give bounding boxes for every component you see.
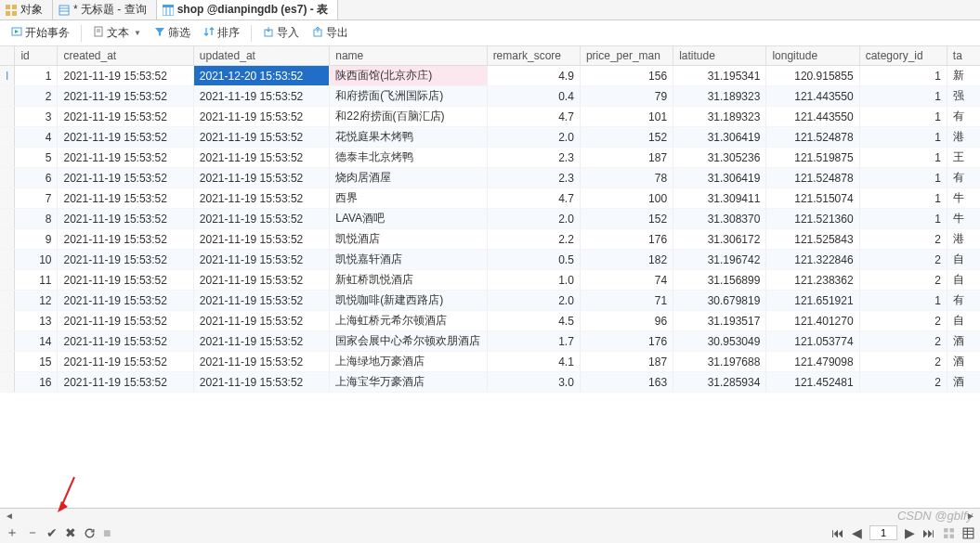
cell-price_per_man[interactable]: 182 <box>580 250 673 270</box>
cell-remark_score[interactable]: 4.5 <box>487 311 580 331</box>
cell-longitude[interactable]: 121.443550 <box>766 107 859 127</box>
cell-longitude[interactable]: 121.479098 <box>766 352 859 372</box>
table-row[interactable]: 82021-11-19 15:53:522021-11-19 15:53:52L… <box>0 209 980 229</box>
cell-id[interactable]: 8 <box>15 209 58 229</box>
cell-id[interactable]: 12 <box>15 291 58 311</box>
apply-button[interactable]: ✔ <box>46 525 58 540</box>
table-row[interactable]: 162021-11-19 15:53:522021-11-19 15:53:52… <box>0 372 980 393</box>
cell-created_at[interactable]: 2021-11-19 15:53:52 <box>58 66 193 86</box>
cell-name[interactable]: 上海虹桥元希尔顿酒店 <box>330 311 487 331</box>
cell-price_per_man[interactable]: 74 <box>580 270 673 291</box>
cell-name[interactable]: 和22府捞面(百脑汇店) <box>330 107 487 127</box>
cell-created_at[interactable]: 2021-11-19 15:53:52 <box>58 148 193 168</box>
cell-id[interactable]: 3 <box>15 107 58 127</box>
cell-category_id[interactable]: 1 <box>859 291 947 311</box>
cell-updated_at[interactable]: 2021-11-19 15:53:52 <box>193 352 329 372</box>
cell-longitude[interactable]: 121.443550 <box>766 86 859 107</box>
cell-latitude[interactable]: 31.189323 <box>673 86 766 107</box>
cell-name[interactable]: 德泰丰北京烤鸭 <box>330 148 487 168</box>
cell-updated_at[interactable]: 2021-11-19 15:53:52 <box>193 331 329 352</box>
cell-created_at[interactable]: 2021-11-19 15:53:52 <box>58 291 193 311</box>
cell-latitude[interactable]: 31.195341 <box>673 66 766 86</box>
cell-updated_at[interactable]: 2021-11-19 15:53:52 <box>193 107 329 127</box>
cell-price_per_man[interactable]: 79 <box>580 86 673 107</box>
cell-remark_score[interactable]: 4.7 <box>487 107 580 127</box>
text-button[interactable]: 文本 ▼ <box>87 23 147 43</box>
cell-category_id[interactable]: 1 <box>859 86 947 107</box>
cell-ta[interactable]: 自 <box>947 250 980 270</box>
cell-created_at[interactable]: 2021-11-19 15:53:52 <box>58 311 193 331</box>
cell-category_id[interactable]: 2 <box>859 229 947 250</box>
cell-longitude[interactable]: 121.452481 <box>766 372 859 393</box>
cancel-button[interactable]: ✖ <box>65 525 76 540</box>
cell-latitude[interactable]: 31.189323 <box>673 107 766 127</box>
cell-remark_score[interactable]: 0.5 <box>487 250 580 270</box>
cell-category_id[interactable]: 2 <box>859 311 947 331</box>
cell-price_per_man[interactable]: 187 <box>580 148 673 168</box>
cell-category_id[interactable]: 2 <box>859 372 947 393</box>
cell-id[interactable]: 15 <box>15 352 58 372</box>
grid-view-button[interactable] <box>943 527 955 539</box>
cell-latitude[interactable]: 31.308370 <box>673 209 766 229</box>
cell-longitude[interactable]: 121.521360 <box>766 209 859 229</box>
column-header-ta[interactable]: ta <box>947 46 980 66</box>
add-row-button[interactable]: ＋ <box>6 524 19 541</box>
cell-latitude[interactable]: 31.285934 <box>673 372 766 393</box>
column-header-category_id[interactable]: category_id <box>859 46 947 66</box>
cell-longitude[interactable]: 121.524878 <box>766 168 859 188</box>
column-header-id[interactable]: id <box>15 46 58 66</box>
cell-updated_at[interactable]: 2021-11-19 15:53:52 <box>193 209 329 229</box>
cell-remark_score[interactable]: 3.0 <box>487 372 580 393</box>
cell-ta[interactable]: 有 <box>947 168 980 188</box>
import-button[interactable]: 导入 <box>257 23 305 43</box>
cell-category_id[interactable]: 2 <box>859 270 947 291</box>
cell-updated_at[interactable]: 2021-11-19 15:53:52 <box>193 148 329 168</box>
last-page-button[interactable]: ⏭ <box>922 525 935 540</box>
cell-updated_at[interactable]: 2021-11-19 15:53:52 <box>193 250 329 270</box>
cell-latitude[interactable]: 31.306419 <box>673 127 766 148</box>
cell-price_per_man[interactable]: 176 <box>580 331 673 352</box>
cell-longitude[interactable]: 121.519875 <box>766 148 859 168</box>
cell-category_id[interactable]: 1 <box>859 107 947 127</box>
cell-price_per_man[interactable]: 100 <box>580 188 673 209</box>
cell-category_id[interactable]: 2 <box>859 331 947 352</box>
cell-name[interactable]: 上海宝华万豪酒店 <box>330 372 487 393</box>
cell-name[interactable]: 国家会展中心希尔顿欢朋酒店 <box>330 331 487 352</box>
cell-ta[interactable]: 牛 <box>947 209 980 229</box>
cell-remark_score[interactable]: 2.0 <box>487 291 580 311</box>
cell-created_at[interactable]: 2021-11-19 15:53:52 <box>58 86 193 107</box>
table-row[interactable]: I12021-11-19 15:53:522021-12-20 15:53:52… <box>0 66 980 86</box>
cell-name[interactable]: LAVA酒吧 <box>330 209 487 229</box>
cell-created_at[interactable]: 2021-11-19 15:53:52 <box>58 270 193 291</box>
cell-remark_score[interactable]: 2.2 <box>487 229 580 250</box>
cell-price_per_man[interactable]: 176 <box>580 229 673 250</box>
cell-remark_score[interactable]: 4.9 <box>487 66 580 86</box>
cell-name[interactable]: 凯悦酒店 <box>330 229 487 250</box>
table-row[interactable]: 132021-11-19 15:53:522021-11-19 15:53:52… <box>0 311 980 331</box>
cell-longitude[interactable]: 121.238362 <box>766 270 859 291</box>
cell-longitude[interactable]: 120.915855 <box>766 66 859 86</box>
cell-remark_score[interactable]: 0.4 <box>487 86 580 107</box>
cell-category_id[interactable]: 2 <box>859 250 947 270</box>
cell-price_per_man[interactable]: 156 <box>580 66 673 86</box>
cell-latitude[interactable]: 31.309411 <box>673 188 766 209</box>
cell-latitude[interactable]: 31.306419 <box>673 168 766 188</box>
begin-transaction-button[interactable]: 开始事务 <box>6 23 75 43</box>
table-row[interactable]: 122021-11-19 15:53:522021-11-19 15:53:52… <box>0 291 980 311</box>
cell-price_per_man[interactable]: 163 <box>580 372 673 393</box>
cell-category_id[interactable]: 1 <box>859 148 947 168</box>
cell-longitude[interactable]: 121.515074 <box>766 188 859 209</box>
cell-category_id[interactable]: 1 <box>859 209 947 229</box>
cell-longitude[interactable]: 121.322846 <box>766 250 859 270</box>
tab-query[interactable]: * 无标题 - 查询 <box>53 0 157 19</box>
cell-latitude[interactable]: 31.156899 <box>673 270 766 291</box>
cell-id[interactable]: 1 <box>15 66 58 86</box>
cell-updated_at[interactable]: 2021-11-19 15:53:52 <box>193 168 329 188</box>
cell-created_at[interactable]: 2021-11-19 15:53:52 <box>58 372 193 393</box>
cell-price_per_man[interactable]: 152 <box>580 209 673 229</box>
cell-id[interactable]: 11 <box>15 270 58 291</box>
cell-longitude[interactable]: 121.651921 <box>766 291 859 311</box>
form-view-button[interactable] <box>962 527 974 539</box>
cell-id[interactable]: 14 <box>15 331 58 352</box>
cell-id[interactable]: 10 <box>15 250 58 270</box>
